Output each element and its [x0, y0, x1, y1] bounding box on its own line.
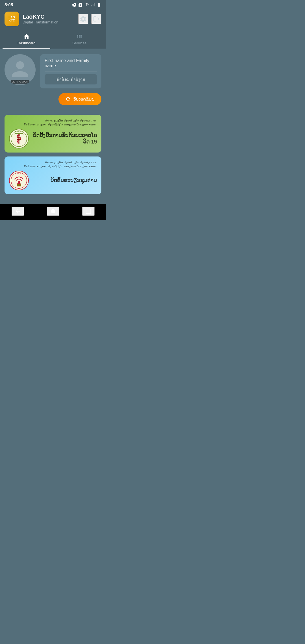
svg-rect-9 — [17, 184, 21, 186]
service-card-digital-id-body: ★ ★ ★ ລາວ ບັດຕົ້ນທະບຽນຊຸມຕ່ານ — [9, 171, 97, 190]
home-nav-icon — [50, 208, 56, 214]
recents-icon — [85, 208, 91, 214]
logo-text: LAOKYC — [9, 16, 15, 22]
svg-text:★ ★ ★: ★ ★ ★ — [16, 173, 21, 174]
svg-point-13 — [51, 209, 55, 214]
service-card-digital-id[interactable]: ສາທາລະນະລັດ ປະຊາທິປະໄຕ ປະຊາຊຸນລາວ ສັນທິພ… — [5, 156, 101, 194]
sim-status-icon — [78, 3, 83, 7]
profile-card: 2077710008 First name and Family name ຄຳ… — [5, 54, 101, 88]
back-icon — [15, 208, 21, 214]
service-card-covid-body: ★ ★ ★ ລາວ ບັດຢັ້ງຢືນການຮັບກັນພະຍາດໂຄວິດ-… — [9, 129, 97, 149]
avatar-icon — [10, 59, 30, 80]
status-time: 5:05 — [5, 2, 13, 7]
service-card-covid-header: ສາທາລະນະລັດ ປະຊາທິປະໄຕ ປະຊາຊຸນລາວ ສັນທິພ… — [9, 119, 97, 127]
tab-dashboard-label: Dashboard — [18, 41, 36, 45]
tab-services-label: Services — [72, 41, 86, 45]
logout-button[interactable] — [91, 14, 101, 24]
tab-dashboard[interactable]: Dashboard — [0, 30, 53, 49]
service-card-covid[interactable]: ສາທາລະນະລັດ ປະຊາທິປະໄຕ ປະຊາຊຸນລາວ ສັນທິພ… — [5, 115, 101, 153]
tab-active-indicator — [3, 48, 50, 49]
svg-point-3 — [17, 136, 21, 141]
status-bar: 5:05 — [0, 0, 106, 9]
logout-icon — [93, 16, 100, 22]
tab-services[interactable]: Services — [53, 30, 106, 49]
app-logo: LAOKYC — [5, 12, 19, 26]
digital-ministry-seal: ★ ★ ★ ລາວ — [9, 171, 29, 190]
nav-bar — [0, 204, 106, 220]
service-card-covid-title: ບັດຢັ້ງຢືນການຮັບກັນພະຍາດໂຄວິດ-19 — [29, 132, 97, 145]
profile-info: First name and Family name ຄຳຊ້ອນ ຄຳບໍ່ງ… — [40, 54, 101, 88]
services-icon — [76, 33, 83, 40]
refresh-icon — [65, 96, 71, 102]
settings-status-icon — [72, 3, 77, 7]
refresh-button-label: ຣັບເຄດຂໍ້ມູນ — [73, 97, 95, 102]
divider — [5, 110, 101, 110]
health-ministry-seal: ★ ★ ★ ລາວ — [9, 129, 29, 149]
person-icon — [10, 59, 30, 79]
settings-icon — [80, 16, 87, 22]
profile-name: First name and Family name — [45, 58, 97, 71]
battery-status-icon — [97, 3, 101, 7]
signal-status-icon — [91, 3, 95, 7]
refresh-button[interactable]: ຣັບເຄດຂໍ້ມູນ — [58, 93, 101, 105]
tab-bar: Dashboard Services — [0, 30, 106, 49]
main-content: 2077710008 First name and Family name ຄຳ… — [0, 49, 106, 204]
profile-status-box: ຄຳຊ້ອນ ຄຳບໍ່ງານ — [45, 74, 97, 84]
home-icon — [23, 33, 30, 40]
app-title: LaoKYC — [23, 14, 78, 20]
svg-rect-14 — [86, 209, 91, 214]
app-title-group: LaoKYC Digital Transformation — [23, 14, 78, 24]
header-actions — [78, 14, 101, 24]
home-button[interactable] — [47, 207, 59, 216]
service-card-digital-id-header: ສາທາລະນະລັດ ປະຊາທິປະໄຕ ປະຊາຊຸນລາວ ສັນທິພ… — [9, 160, 97, 168]
back-button[interactable] — [12, 207, 24, 216]
service-card-digital-id-title: ບັດຕົ້ນທະບຽນຊຸມຕ່ານ — [29, 177, 97, 184]
user-id-badge: 2077710008 — [10, 80, 29, 84]
settings-button[interactable] — [78, 14, 88, 24]
app-header: LAOKYC LaoKYC Digital Transformation — [0, 9, 106, 30]
avatar-container: 2077710008 — [5, 54, 36, 85]
recents-button[interactable] — [82, 207, 95, 216]
app-subtitle: Digital Transformation — [23, 20, 78, 24]
svg-text:★ ★ ★: ★ ★ ★ — [16, 131, 21, 132]
svg-text:ລາວ: ລາວ — [18, 187, 20, 189]
svg-text:ລາວ: ລາວ — [18, 145, 20, 147]
wifi-status-icon — [84, 3, 89, 7]
status-icons — [72, 3, 101, 7]
refresh-btn-row: ຣັບເຄດຂໍ້ມູນ — [5, 93, 101, 105]
